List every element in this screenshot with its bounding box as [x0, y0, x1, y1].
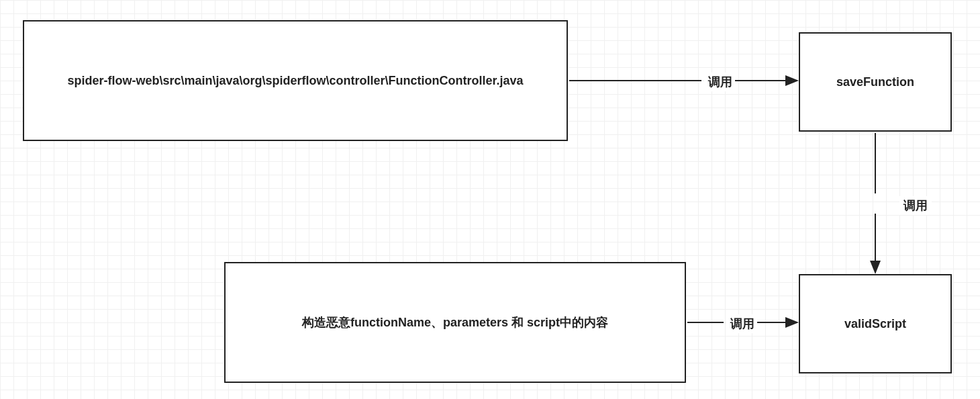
edge-label-controller-to-savefunction: 调用 — [704, 73, 736, 91]
node-valid-script: validScript — [799, 274, 952, 373]
edge-label-savefunction-to-validscript: 调用 — [899, 196, 932, 215]
edge-label-payload-to-validscript: 调用 — [726, 314, 758, 333]
node-payload: 构造恶意functionName、parameters 和 script中的内容 — [224, 262, 686, 383]
node-save-function: saveFunction — [799, 32, 952, 132]
node-controller: spider-flow-web\src\main\java\org\spider… — [23, 20, 568, 141]
